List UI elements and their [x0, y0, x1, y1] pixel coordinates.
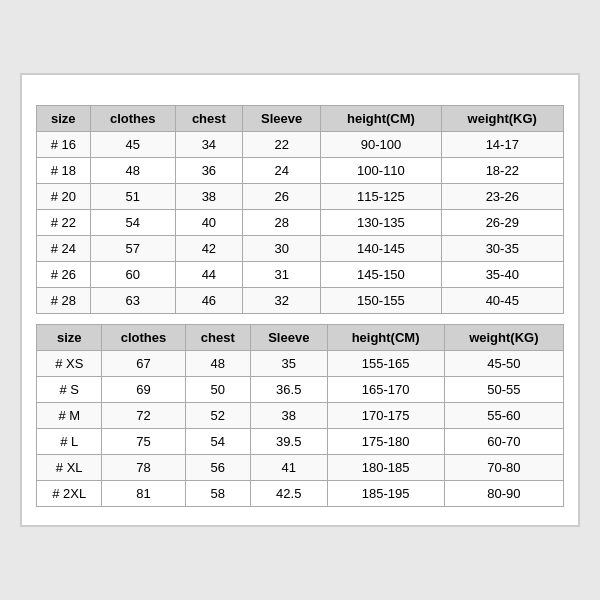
- column-header: Sleeve: [242, 106, 320, 132]
- table-cell: 130-135: [321, 210, 441, 236]
- column-header: weight(KG): [444, 325, 563, 351]
- table-row: # 22544028130-13526-29: [37, 210, 564, 236]
- table-cell: 41: [251, 455, 327, 481]
- table-row: # L755439.5175-18060-70: [37, 429, 564, 455]
- table-cell: 63: [90, 288, 175, 314]
- table-cell: 30: [242, 236, 320, 262]
- table-cell: 40: [175, 210, 242, 236]
- table-cell: 175-180: [327, 429, 444, 455]
- table-cell: 67: [102, 351, 185, 377]
- table-cell: 155-165: [327, 351, 444, 377]
- table-cell: 24: [242, 158, 320, 184]
- table-row: # 26604431145-15035-40: [37, 262, 564, 288]
- table-row: # 20513826115-12523-26: [37, 184, 564, 210]
- table-cell: 57: [90, 236, 175, 262]
- table-cell: 60-70: [444, 429, 563, 455]
- column-header: Sleeve: [251, 325, 327, 351]
- table-cell: 145-150: [321, 262, 441, 288]
- size-table-1: sizeclotheschestSleeveheight(CM)weight(K…: [36, 105, 564, 314]
- table-cell: 45: [90, 132, 175, 158]
- column-header: clothes: [102, 325, 185, 351]
- table-cell: 28: [242, 210, 320, 236]
- table-cell: 39.5: [251, 429, 327, 455]
- table-cell: # 18: [37, 158, 91, 184]
- table-row: # XL785641180-18570-80: [37, 455, 564, 481]
- table-cell: 140-145: [321, 236, 441, 262]
- section-divider: [36, 314, 564, 324]
- table-cell: # 20: [37, 184, 91, 210]
- table-row: # 18483624100-11018-22: [37, 158, 564, 184]
- size-chart-card: sizeclotheschestSleeveheight(CM)weight(K…: [20, 73, 580, 527]
- table-cell: 56: [185, 455, 250, 481]
- table-cell: 90-100: [321, 132, 441, 158]
- table-cell: 36: [175, 158, 242, 184]
- table-cell: 40-45: [441, 288, 563, 314]
- table-cell: 35: [251, 351, 327, 377]
- table-cell: 75: [102, 429, 185, 455]
- table-cell: 34: [175, 132, 242, 158]
- table-row: # 24574230140-14530-35: [37, 236, 564, 262]
- table-cell: 46: [175, 288, 242, 314]
- table-cell: 78: [102, 455, 185, 481]
- table-cell: # 16: [37, 132, 91, 158]
- table-cell: 38: [251, 403, 327, 429]
- table-cell: 48: [185, 351, 250, 377]
- column-header: chest: [175, 106, 242, 132]
- table-cell: 23-26: [441, 184, 563, 210]
- column-header: clothes: [90, 106, 175, 132]
- column-header: weight(KG): [441, 106, 563, 132]
- size-table-2: sizeclotheschestSleeveheight(CM)weight(K…: [36, 324, 564, 507]
- table-row: # 28634632150-15540-45: [37, 288, 564, 314]
- table-cell: # S: [37, 377, 102, 403]
- column-header: height(CM): [327, 325, 444, 351]
- table-cell: 42: [175, 236, 242, 262]
- table-cell: 35-40: [441, 262, 563, 288]
- table-cell: 60: [90, 262, 175, 288]
- table-cell: 32: [242, 288, 320, 314]
- table-row: # 2XL815842.5185-19580-90: [37, 481, 564, 507]
- table-cell: 50: [185, 377, 250, 403]
- table-cell: 54: [185, 429, 250, 455]
- table-cell: 42.5: [251, 481, 327, 507]
- table-row: # 1645342290-10014-17: [37, 132, 564, 158]
- table-cell: 58: [185, 481, 250, 507]
- table-cell: 54: [90, 210, 175, 236]
- table-cell: 44: [175, 262, 242, 288]
- table-cell: 31: [242, 262, 320, 288]
- table-cell: # 2XL: [37, 481, 102, 507]
- table-cell: # L: [37, 429, 102, 455]
- table-cell: 30-35: [441, 236, 563, 262]
- table-cell: 185-195: [327, 481, 444, 507]
- table-cell: 100-110: [321, 158, 441, 184]
- table-cell: 170-175: [327, 403, 444, 429]
- table-cell: # 28: [37, 288, 91, 314]
- table-cell: 14-17: [441, 132, 563, 158]
- table-cell: # XL: [37, 455, 102, 481]
- table-cell: # XS: [37, 351, 102, 377]
- table-cell: 51: [90, 184, 175, 210]
- table-cell: # 26: [37, 262, 91, 288]
- table-cell: 180-185: [327, 455, 444, 481]
- table-cell: 72: [102, 403, 185, 429]
- table-cell: # 24: [37, 236, 91, 262]
- table-cell: 22: [242, 132, 320, 158]
- table-cell: # M: [37, 403, 102, 429]
- table-cell: 26: [242, 184, 320, 210]
- table-cell: 115-125: [321, 184, 441, 210]
- table-cell: 26-29: [441, 210, 563, 236]
- column-header: size: [37, 106, 91, 132]
- table-row: # M725238170-17555-60: [37, 403, 564, 429]
- table-cell: # 22: [37, 210, 91, 236]
- column-header: size: [37, 325, 102, 351]
- table-cell: 38: [175, 184, 242, 210]
- table-cell: 165-170: [327, 377, 444, 403]
- table-cell: 48: [90, 158, 175, 184]
- table-cell: 50-55: [444, 377, 563, 403]
- table-cell: 55-60: [444, 403, 563, 429]
- column-header: height(CM): [321, 106, 441, 132]
- table-row: # XS674835155-16545-50: [37, 351, 564, 377]
- table-cell: 36.5: [251, 377, 327, 403]
- table-cell: 150-155: [321, 288, 441, 314]
- table-cell: 70-80: [444, 455, 563, 481]
- table-cell: 69: [102, 377, 185, 403]
